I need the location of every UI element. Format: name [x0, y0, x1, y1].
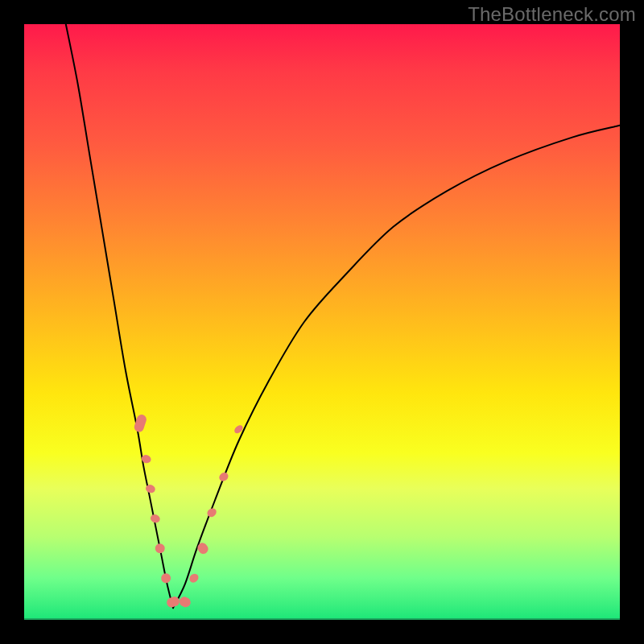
data-marker — [145, 483, 157, 494]
curve-right-branch — [173, 126, 620, 608]
data-marker — [188, 572, 200, 584]
data-marker — [149, 513, 161, 524]
data-marker — [217, 471, 230, 483]
data-marker — [159, 572, 172, 584]
plot-area — [24, 24, 620, 620]
chart-frame: TheBottleneck.com — [0, 0, 644, 644]
watermark-text: TheBottleneck.com — [468, 3, 636, 26]
data-marker — [196, 541, 210, 555]
data-markers — [133, 413, 244, 609]
data-marker — [178, 595, 192, 609]
data-marker — [154, 542, 167, 555]
chart-svg — [24, 24, 620, 620]
